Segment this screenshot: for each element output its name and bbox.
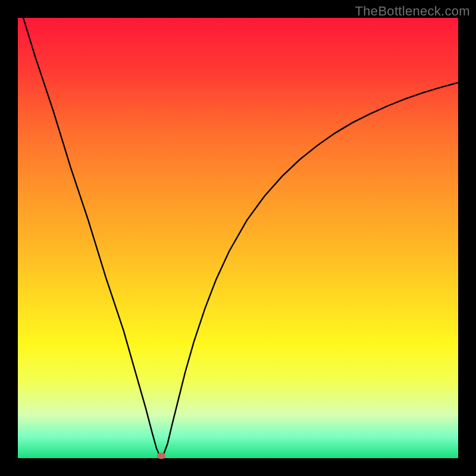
watermark-text: TheBottleneck.com — [355, 4, 470, 19]
bottleneck-curve — [18, 18, 458, 456]
curve-svg — [18, 18, 458, 458]
minimum-marker — [157, 453, 165, 459]
chart-frame: TheBottleneck.com — [0, 0, 476, 476]
plot-area — [18, 18, 458, 458]
